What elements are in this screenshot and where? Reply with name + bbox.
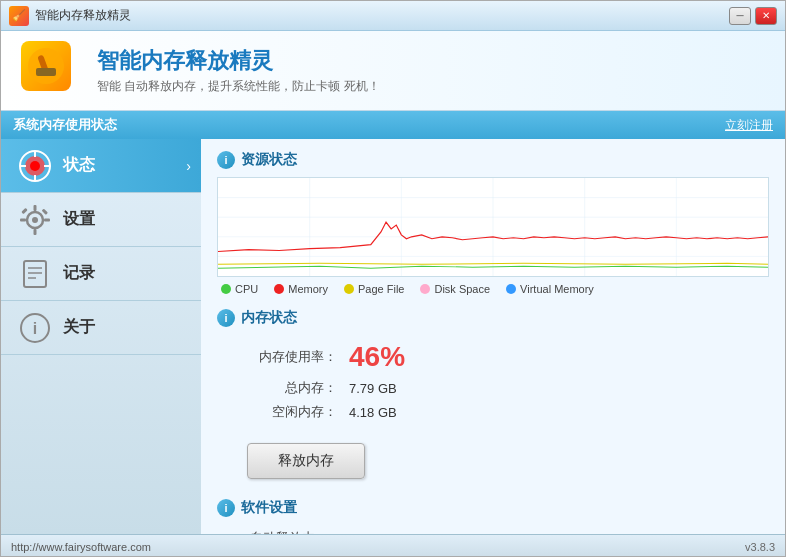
resource-header: i 资源状态 (217, 151, 769, 169)
sidebar-item-status[interactable]: 状态 › (1, 139, 201, 193)
cpu-legend-dot (221, 284, 231, 294)
svg-rect-13 (34, 229, 37, 235)
svg-rect-12 (34, 205, 37, 211)
diskspace-legend-label: Disk Space (434, 283, 490, 295)
chart-area (217, 177, 769, 277)
content-area: i 资源状态 (201, 139, 785, 534)
app-subtitle: 智能 自动释放内存，提升系统性能，防止卡顿 死机！ (97, 78, 380, 95)
sidebar-label-records: 记录 (63, 263, 95, 284)
cpu-legend-label: CPU (235, 283, 258, 295)
svg-rect-18 (24, 261, 46, 287)
memory-stats: 内存使用率： 46% 总内存： 7.79 GB 空闲内存： 4.18 GB (217, 335, 769, 433)
software-section: i 软件设置 自动释放内存： 未启用 设置 启用后可实时、自动、智能对内存进行释… (217, 499, 769, 534)
footer-url: http://www.fairysoftware.com (11, 541, 151, 553)
about-icon: i (17, 310, 53, 346)
header: 智能内存释放精灵 智能 自动释放内存，提升系统性能，防止卡顿 死机！ (1, 31, 785, 111)
footer-version: v3.8.3 (745, 541, 775, 553)
legend-pagefile: Page File (344, 283, 404, 295)
main-layout: 状态 › 设置 (1, 139, 785, 534)
titlebar-text: 智能内存释放精灵 (35, 7, 131, 24)
sidebar-arrow-status: › (186, 158, 191, 174)
memory-legend-label: Memory (288, 283, 328, 295)
legend-memory: Memory (274, 283, 328, 295)
status-icon (17, 148, 53, 184)
svg-point-5 (30, 161, 40, 171)
records-icon (17, 256, 53, 292)
svg-rect-2 (36, 68, 56, 76)
svg-rect-14 (20, 218, 26, 221)
footer: http://www.fairysoftware.com v3.8.3 (1, 534, 785, 557)
sidebar-item-about[interactable]: i 关于 (1, 301, 201, 355)
free-label: 空闲内存： (247, 403, 337, 421)
sidebar-item-records[interactable]: 记录 (1, 247, 201, 301)
svg-text:i: i (33, 320, 37, 337)
memory-section-icon: i (217, 309, 235, 327)
legend-virtualmem: Virtual Memory (506, 283, 594, 295)
legend-diskspace: Disk Space (420, 283, 490, 295)
auto-release-label: 自动释放内存： (225, 529, 315, 534)
usage-value: 46% (349, 341, 405, 373)
statusbar-title: 系统内存使用状态 (13, 116, 117, 134)
sidebar: 状态 › 设置 (1, 139, 201, 534)
chart-legend: CPU Memory Page File Disk Space Virtual … (217, 283, 769, 295)
svg-point-11 (32, 217, 38, 223)
svg-rect-16 (21, 207, 27, 213)
register-link[interactable]: 立刻注册 (725, 117, 773, 134)
pagefile-legend-dot (344, 284, 354, 294)
status-bar: 系统内存使用状态 立刻注册 (1, 111, 785, 139)
software-section-title: 软件设置 (241, 499, 297, 517)
auto-release-row: 自动释放内存： 未启用 设置 (225, 529, 761, 534)
total-row: 总内存： 7.79 GB (247, 379, 739, 397)
close-button[interactable]: ✕ (755, 7, 777, 25)
sidebar-label-about: 关于 (63, 317, 95, 338)
logo-icon (21, 41, 71, 91)
software-settings: 自动释放内存： 未启用 设置 启用后可实时、自动、智能对内存进行释放。 (217, 525, 769, 534)
logo (21, 41, 81, 101)
memory-header: i 内存状态 (217, 309, 769, 327)
resource-section-icon: i (217, 151, 235, 169)
sidebar-label-settings: 设置 (63, 209, 95, 230)
release-button-area: 释放内存 (217, 433, 769, 485)
virtualmem-legend-label: Virtual Memory (520, 283, 594, 295)
titlebar: 🧹 智能内存释放精灵 ─ ✕ (1, 1, 785, 31)
sidebar-label-status: 状态 (63, 155, 95, 176)
free-row: 空闲内存： 4.18 GB (247, 403, 739, 421)
svg-rect-15 (44, 218, 50, 221)
minimize-button[interactable]: ─ (729, 7, 751, 25)
software-header: i 软件设置 (217, 499, 769, 517)
virtualmem-legend-dot (506, 284, 516, 294)
app-icon: 🧹 (9, 6, 29, 26)
usage-row: 内存使用率： 46% (247, 341, 739, 373)
sidebar-item-settings[interactable]: 设置 (1, 193, 201, 247)
software-section-icon: i (217, 499, 235, 517)
resource-section-title: 资源状态 (241, 151, 297, 169)
diskspace-legend-dot (420, 284, 430, 294)
release-button[interactable]: 释放内存 (247, 443, 365, 479)
usage-label: 内存使用率： (247, 348, 337, 366)
resource-chart (218, 178, 768, 276)
memory-legend-dot (274, 284, 284, 294)
header-titles: 智能内存释放精灵 智能 自动释放内存，提升系统性能，防止卡顿 死机！ (97, 46, 380, 95)
svg-rect-17 (42, 208, 48, 214)
total-value: 7.79 GB (349, 381, 397, 396)
memory-section: i 内存状态 内存使用率： 46% 总内存： 7.79 GB 空闲内存： 4.1… (217, 309, 769, 485)
settings-icon (17, 202, 53, 238)
memory-section-title: 内存状态 (241, 309, 297, 327)
free-value: 4.18 GB (349, 405, 397, 420)
pagefile-legend-label: Page File (358, 283, 404, 295)
resource-section: i 资源状态 (217, 151, 769, 295)
app-title: 智能内存释放精灵 (97, 46, 380, 76)
total-label: 总内存： (247, 379, 337, 397)
legend-cpu: CPU (221, 283, 258, 295)
window-controls: ─ ✕ (729, 7, 777, 25)
